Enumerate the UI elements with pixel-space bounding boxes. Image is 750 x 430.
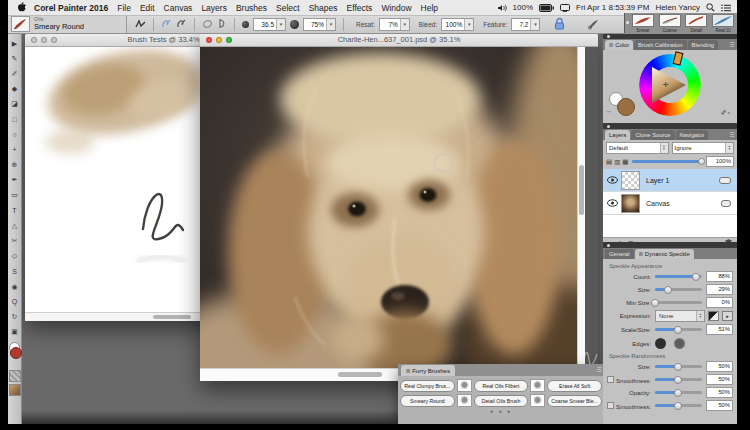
panel-options-icon[interactable]: ☰ — [730, 41, 735, 48]
spotlight-search-icon[interactable] — [706, 3, 715, 12]
close-button[interactable] — [31, 37, 37, 43]
slider-thumb[interactable] — [674, 402, 682, 410]
paint-bucket-tool-icon[interactable]: ◆ — [8, 82, 21, 97]
resat-field[interactable]: 7% ▾ — [379, 18, 410, 31]
menu-layers[interactable]: Layers — [201, 3, 227, 13]
notification-center-icon[interactable] — [721, 4, 731, 12]
magnifier-tool-icon[interactable]: Q — [8, 294, 21, 309]
menu-clock[interactable]: Fri Apr 1 8:53:39 PM — [576, 3, 649, 12]
tab-clone-source[interactable]: Clone Source — [631, 130, 674, 140]
random-size-slider[interactable] — [655, 365, 702, 368]
scissors-tool-icon[interactable]: ✂ — [8, 233, 21, 248]
size-field[interactable]: 36.5 ▾ — [253, 18, 286, 31]
menu-effects[interactable]: Effects — [347, 3, 373, 13]
text-tool-icon[interactable]: T — [8, 203, 21, 218]
feature-dropdown-icon[interactable]: ▾ — [530, 19, 539, 30]
slider-thumb[interactable] — [651, 299, 659, 307]
selection-adjuster-tool-icon[interactable]: ◇ — [8, 249, 21, 264]
random-opacity-value[interactable]: 50% — [706, 387, 733, 398]
composite-depth-select[interactable]: Ignore▴▾ — [672, 142, 735, 154]
swap-colors-icon[interactable]: ↔ — [606, 108, 612, 114]
scale-size-slider[interactable] — [655, 328, 702, 331]
slider-thumb[interactable] — [698, 158, 705, 165]
layer-options-icon[interactable]: ▦ — [622, 158, 628, 166]
brush-tool-icon[interactable]: ✎ — [8, 51, 21, 66]
main-document-window[interactable]: Charlie-Hen...637_001.psd @ 35.1% — [200, 33, 598, 380]
recent-brush-detail[interactable]: Detail — [685, 14, 709, 33]
color-panel-tools[interactable]: ✐▫ — [721, 109, 731, 117]
primary-color-swatch[interactable] — [617, 98, 635, 116]
volume-icon[interactable] — [498, 4, 507, 12]
size-dropdown-icon[interactable]: ▾ — [276, 19, 285, 30]
scrollbar-thumb[interactable] — [153, 315, 191, 320]
lock-icon[interactable] — [554, 17, 565, 31]
brush-selector[interactable]: Oils Smeary Round — [8, 15, 127, 33]
layer-opacity-value[interactable]: 100% — [706, 156, 734, 167]
scale-size-value[interactable]: 51% — [706, 324, 733, 335]
gradient-selector-icon[interactable] — [9, 384, 21, 396]
recent-brush-real-oil[interactable]: Real Oi — [711, 14, 735, 33]
dock-handle-dot[interactable] — [626, 21, 629, 24]
layer-attribute-icon[interactable] — [719, 177, 731, 184]
expression-select[interactable]: None ▴▾ — [655, 310, 705, 322]
minimize-button[interactable] — [216, 37, 222, 43]
paper-selector-icon[interactable] — [9, 370, 21, 382]
menu-canvas[interactable]: Canvas — [164, 3, 193, 13]
min-size-slider[interactable] — [655, 301, 702, 304]
layer-row-canvas[interactable]: Canvas — [603, 192, 737, 215]
palette-resize-dots[interactable]: ● ● ● — [400, 409, 602, 413]
slider-thumb[interactable] — [674, 326, 682, 334]
menu-shapes[interactable]: Shapes — [309, 3, 338, 13]
preserve-transparency-icon[interactable]: ▤ — [606, 158, 612, 166]
main-color-swatch[interactable] — [10, 347, 22, 359]
random-smoothness2-value[interactable]: 50% — [706, 400, 733, 411]
count-value[interactable]: 88% — [706, 271, 733, 282]
magic-wand-tool-icon[interactable]: + — [8, 142, 21, 157]
eraser-tool-icon[interactable]: ◪ — [8, 97, 21, 112]
random-smoothness-value[interactable]: 50% — [706, 374, 733, 385]
layer-adjuster-tool-icon[interactable]: ▶ — [8, 36, 21, 51]
layer-thumbnail[interactable] — [621, 171, 640, 190]
grabber-tool-icon[interactable]: ◉ — [8, 279, 21, 294]
brush-button-erase-all-soft[interactable]: Erase All Soft — [547, 380, 602, 392]
palette-options-icon[interactable]: ☰ — [597, 366, 602, 373]
expression-curve-button[interactable] — [708, 311, 719, 321]
slider-thumb[interactable] — [674, 376, 682, 384]
layer-thumbnail[interactable] — [621, 194, 640, 213]
menu-help[interactable]: Help — [421, 3, 438, 13]
tab-general[interactable]: General — [605, 249, 634, 259]
apple-menu-icon[interactable] — [17, 1, 26, 14]
size-value[interactable]: 29% — [706, 284, 733, 295]
scrollbar-thumb[interactable] — [338, 372, 382, 377]
opacity-field[interactable]: 75% ▾ — [303, 18, 336, 31]
scrollbar-thumb[interactable] — [579, 165, 584, 215]
transform-tool-icon[interactable]: S — [8, 264, 21, 279]
random-size-value[interactable]: 50% — [706, 361, 733, 372]
brush-button-detail-oils[interactable]: Detail Oils Brush — [474, 395, 529, 407]
tab-dynamic-speckle[interactable]: ⊠Dynamic Speckle — [635, 249, 694, 259]
slider-thumb[interactable] — [664, 286, 672, 294]
rect-select-tool-icon[interactable]: □ — [8, 112, 21, 127]
size-slider[interactable] — [655, 288, 702, 291]
pickup-underlying-icon[interactable]: ▥ — [614, 158, 620, 166]
layer-name[interactable]: Layer 1 — [646, 177, 719, 184]
random-smoothness-slider[interactable] — [655, 378, 702, 381]
tab-color[interactable]: ⊠Color — [605, 40, 633, 50]
brush-ghost-icon[interactable] — [587, 18, 600, 31]
visibility-eye-icon[interactable] — [607, 176, 618, 185]
bleed-dropdown-icon[interactable]: ▾ — [464, 19, 473, 30]
close-palette-icon[interactable]: ⊠ — [406, 368, 410, 374]
tab-blending[interactable]: Blending — [688, 40, 719, 50]
furry-brushes-palette[interactable]: ⊠Furry Brushes ☰ Real Clumpy Brus... Rea… — [398, 364, 604, 424]
recent-brush-coarse[interactable]: Coarse — [658, 14, 682, 33]
resat-dropdown-icon[interactable]: ▾ — [400, 19, 409, 30]
tab-brush-calibration[interactable]: Brush Calibration — [634, 40, 686, 50]
display-icon[interactable] — [560, 4, 570, 12]
crop-tool-icon[interactable]: ⊕ — [8, 158, 21, 173]
random-smoothness2-slider[interactable] — [655, 404, 702, 407]
align-perspective-icon[interactable] — [202, 19, 213, 30]
tab-layers[interactable]: Layers — [605, 130, 630, 140]
opacity-dropdown-icon[interactable]: ▾ — [326, 19, 335, 30]
shape-edit-tool-icon[interactable]: △ — [8, 218, 21, 233]
count-slider[interactable] — [655, 275, 702, 278]
